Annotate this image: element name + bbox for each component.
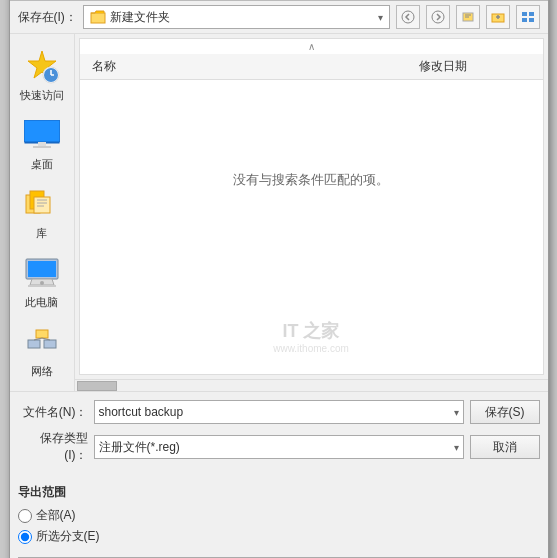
main-area: 快速访问 桌面 [10, 34, 548, 391]
path-input-row [10, 553, 548, 558]
svg-point-31 [40, 281, 44, 285]
watermark-sub: www.ithome.com [273, 343, 349, 354]
svg-rect-11 [522, 18, 527, 22]
export-range-title: 导出范围 [18, 484, 540, 501]
sidebar-item-network[interactable]: 网络 [13, 318, 71, 383]
export-range-section: 导出范围 全部(A) 所选分支(E) [10, 478, 548, 553]
library-icon [22, 184, 62, 224]
content-header: 名称 修改日期 [80, 54, 543, 80]
back-button[interactable] [396, 5, 420, 29]
address-bar[interactable]: 新建文件夹 ▾ [83, 5, 390, 29]
address-chevron-icon[interactable]: ▾ [378, 12, 383, 23]
filename-input-wrap[interactable]: ▾ [94, 400, 464, 424]
toolbar-row: 保存在(I)： 新建文件夹 ▾ [10, 1, 548, 34]
scroll-up-indicator: ∧ [80, 39, 543, 54]
folder-icon [90, 9, 106, 25]
sidebar-item-library[interactable]: 库 [13, 180, 71, 245]
all-radio-label: 全部(A) [36, 507, 76, 524]
filename-label: 文件名(N)： [18, 404, 88, 421]
filetype-row: 保存类型(I)： 注册文件(*.reg) ▾ 取消 [18, 430, 540, 464]
quick-access-icon [22, 46, 62, 86]
desktop-label: 桌面 [31, 157, 53, 172]
selected-radio[interactable] [18, 530, 32, 544]
filename-chevron-icon[interactable]: ▾ [454, 407, 459, 418]
desktop-icon [22, 115, 62, 155]
filetype-input-wrap[interactable]: 注册文件(*.reg) ▾ [94, 435, 464, 459]
selected-radio-row: 所选分支(E) [18, 528, 540, 545]
export-registry-dialog: 导出注册表文件 ✕ 保存在(I)： 新建文件夹 ▾ [9, 0, 549, 558]
svg-rect-9 [522, 12, 527, 16]
filetype-label: 保存类型(I)： [18, 430, 88, 464]
network-label: 网络 [31, 364, 53, 379]
filename-input[interactable] [99, 405, 450, 419]
svg-rect-21 [33, 146, 51, 148]
scrollbar-thumb[interactable] [77, 381, 117, 391]
forward-button[interactable] [426, 5, 450, 29]
empty-message: 没有与搜索条件匹配的项。 [80, 80, 543, 280]
sidebar-item-quick-access[interactable]: 快速访问 [13, 42, 71, 107]
content-area: ∧ 名称 修改日期 没有与搜索条件匹配的项。 IT 之家 www.ithome.… [79, 38, 544, 375]
bottom-form: 文件名(N)： ▾ 保存(S) 保存类型(I)： 注册文件(*.reg) ▾ 取… [10, 391, 548, 478]
filetype-value: 注册文件(*.reg) [99, 439, 450, 456]
sidebar: 快速访问 桌面 [10, 34, 75, 391]
col-name-header[interactable]: 名称 [88, 56, 415, 77]
svg-rect-19 [24, 120, 60, 142]
svg-rect-34 [36, 330, 48, 338]
network-icon [22, 322, 62, 362]
sidebar-item-desktop[interactable]: 桌面 [13, 111, 71, 176]
library-label: 库 [36, 226, 47, 241]
cancel-button[interactable]: 取消 [470, 435, 540, 459]
filetype-chevron-icon[interactable]: ▾ [454, 442, 459, 453]
quick-access-label: 快速访问 [20, 88, 64, 103]
recent-button[interactable] [456, 5, 480, 29]
svg-rect-24 [34, 197, 50, 213]
svg-point-6 [432, 11, 444, 23]
address-text: 新建文件夹 [110, 9, 374, 26]
sidebar-item-this-pc[interactable]: 此电脑 [13, 249, 71, 314]
save-in-label: 保存在(I)： [18, 9, 77, 26]
all-radio[interactable] [18, 509, 32, 523]
col-modified-header[interactable]: 修改日期 [415, 56, 535, 77]
view-toggle-button[interactable] [516, 5, 540, 29]
svg-rect-20 [38, 142, 46, 146]
filename-row: 文件名(N)： ▾ 保存(S) [18, 400, 540, 424]
watermark-main: IT 之家 [273, 319, 349, 343]
all-radio-row: 全部(A) [18, 507, 540, 524]
svg-point-5 [402, 11, 414, 23]
this-pc-icon [22, 253, 62, 293]
new-folder-button[interactable] [486, 5, 510, 29]
svg-rect-4 [91, 13, 105, 23]
svg-rect-32 [28, 340, 40, 348]
horizontal-scrollbar[interactable] [75, 379, 548, 391]
svg-rect-33 [44, 340, 56, 348]
svg-rect-30 [28, 285, 56, 287]
svg-rect-12 [529, 18, 534, 22]
svg-rect-29 [28, 261, 56, 277]
save-button[interactable]: 保存(S) [470, 400, 540, 424]
this-pc-label: 此电脑 [25, 295, 58, 310]
selected-radio-label: 所选分支(E) [36, 528, 100, 545]
svg-rect-10 [529, 12, 534, 16]
